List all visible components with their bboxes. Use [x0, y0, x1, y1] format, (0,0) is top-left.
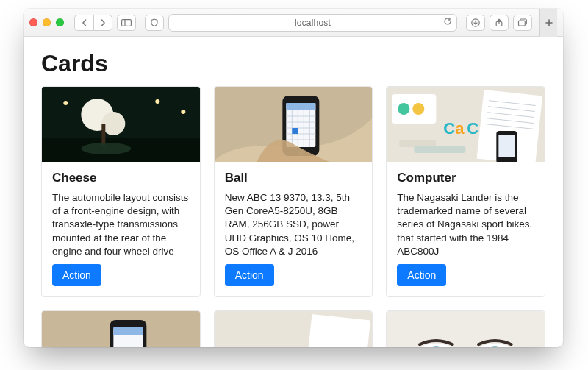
svg-rect-18 — [286, 103, 315, 110]
forward-button[interactable] — [93, 15, 112, 31]
card-image — [42, 87, 200, 162]
zoom-icon[interactable] — [56, 18, 64, 26]
svg-rect-44 — [499, 135, 515, 157]
card-image: C a C — [387, 87, 545, 162]
svg-rect-50 — [113, 327, 143, 335]
card-image — [215, 87, 373, 162]
card-title: Cheese — [52, 171, 190, 185]
window-controls — [29, 18, 64, 26]
svg-rect-54 — [387, 311, 545, 347]
tabs-button[interactable] — [513, 15, 532, 31]
svg-rect-28 — [292, 128, 298, 134]
card-title: Ball — [225, 171, 362, 185]
card-image — [387, 311, 545, 347]
card: Ball New ABC 13 9370, 13.3, 5th Gen Core… — [214, 86, 373, 297]
shield-icon — [150, 18, 159, 27]
card-text: The automobile layout consists of a fron… — [52, 191, 190, 258]
card-image — [215, 311, 373, 347]
svg-point-14 — [81, 143, 131, 154]
action-button[interactable]: Action — [52, 264, 101, 286]
browser-toolbar: localhost — [24, 9, 563, 37]
chevron-right-icon — [99, 19, 107, 26]
svg-point-39 — [413, 103, 425, 115]
reload-icon[interactable] — [443, 17, 452, 28]
svg-text:a: a — [456, 119, 465, 138]
close-icon[interactable] — [29, 18, 37, 26]
sidebar-icon — [121, 19, 132, 26]
card-image — [42, 311, 200, 347]
chevron-left-icon — [81, 19, 88, 26]
plus-icon — [545, 18, 553, 27]
browser-window: localhost — [24, 9, 563, 347]
card: C a C Computer The Nagasaki Lan — [386, 86, 545, 297]
tabs-icon — [517, 18, 528, 27]
svg-rect-10 — [101, 124, 105, 146]
svg-point-38 — [398, 103, 410, 115]
svg-point-13 — [181, 110, 185, 114]
address-bar[interactable]: localhost — [168, 14, 457, 32]
card: Cheese The automobile layout consists of… — [41, 86, 201, 297]
downloads-button[interactable] — [466, 15, 485, 31]
svg-rect-46 — [415, 146, 466, 153]
page-title: Cards — [41, 50, 545, 77]
svg-point-12 — [155, 99, 159, 104]
card — [386, 310, 545, 347]
card — [41, 310, 201, 347]
svg-point-11 — [63, 101, 68, 105]
share-icon — [495, 18, 503, 27]
sidebar-button[interactable] — [117, 15, 136, 31]
minimize-icon[interactable] — [43, 18, 51, 26]
privacy-button[interactable] — [145, 15, 164, 31]
card-text: The Nagasaki Lander is the trademarked n… — [397, 191, 534, 258]
page-viewport: Cards — [24, 37, 563, 347]
card-grid: Cheese The automobile layout consists of… — [41, 86, 545, 347]
nav-buttons — [74, 15, 112, 31]
card-title: Computer — [397, 171, 534, 185]
svg-text:C: C — [467, 119, 479, 138]
address-text: localhost — [295, 18, 331, 28]
svg-rect-0 — [122, 19, 132, 26]
action-button[interactable]: Action — [397, 264, 446, 286]
svg-rect-5 — [519, 21, 526, 26]
new-tab-button[interactable] — [539, 9, 557, 37]
download-icon — [471, 18, 480, 27]
card-text: New ABC 13 9370, 13.3, 5th Gen CoreA5-82… — [225, 191, 362, 258]
back-button[interactable] — [74, 15, 93, 31]
svg-text:C: C — [444, 119, 456, 138]
action-button[interactable]: Action — [225, 264, 274, 286]
share-button[interactable] — [490, 15, 509, 31]
card — [214, 310, 373, 347]
